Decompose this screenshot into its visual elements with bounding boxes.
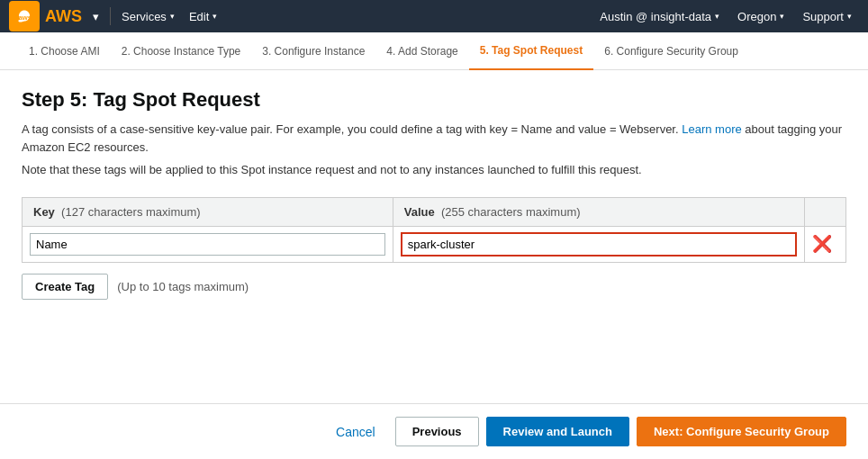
step-1[interactable]: 1. Choose AMI: [18, 32, 111, 70]
remove-cell: ❌: [805, 226, 846, 262]
value-cell: [393, 226, 805, 262]
page-note: Note that these tags will be applied to …: [22, 161, 846, 179]
key-cell: [23, 226, 393, 262]
value-input[interactable]: [401, 232, 798, 256]
region-menu[interactable]: Oregon ▾: [730, 6, 791, 27]
create-tag-row: Create Tag (Up to 10 tags maximum): [22, 274, 846, 300]
bottom-action-bar: Cancel Previous Review and Launch Next: …: [0, 403, 868, 412]
step-3[interactable]: 3. Configure Instance: [251, 32, 375, 70]
user-menu[interactable]: Austin @ insight-data ▾: [592, 6, 727, 27]
step-2[interactable]: 2. Choose Instance Type: [111, 32, 252, 70]
create-tag-button[interactable]: Create Tag: [22, 274, 108, 300]
step-6[interactable]: 6. Configure Security Group: [593, 32, 749, 70]
step-4[interactable]: 4. Add Storage: [375, 32, 468, 70]
remove-tag-button[interactable]: ❌: [812, 234, 832, 254]
key-column-header: Key (127 characters maximum): [23, 197, 393, 226]
action-column-header: [805, 197, 846, 226]
top-navigation: aws AWS ▾ Services ▾ Edit ▾ Austin @ ins…: [0, 0, 868, 32]
page-description: A tag consists of a case-sensitive key-v…: [22, 121, 846, 156]
step-navigation: 1. Choose AMI 2. Choose Instance Type 3.…: [0, 32, 868, 70]
brand-label: AWS: [45, 7, 82, 26]
services-menu[interactable]: Services ▾: [114, 6, 182, 27]
support-menu[interactable]: Support ▾: [795, 6, 859, 27]
tags-limit-note: (Up to 10 tags maximum): [117, 280, 249, 293]
main-content: Step 5: Tag Spot Request A tag consists …: [0, 70, 868, 412]
edit-menu[interactable]: Edit ▾: [182, 6, 224, 27]
tag-row: ❌: [23, 226, 846, 262]
step-5[interactable]: 5. Tag Spot Request: [469, 32, 593, 70]
svg-text:aws: aws: [18, 14, 32, 22]
learn-more-link[interactable]: Learn more: [682, 122, 741, 136]
brand-dropdown[interactable]: ▾: [86, 6, 106, 27]
aws-logo: aws: [9, 1, 40, 32]
nav-right: Austin @ insight-data ▾ Oregon ▾ Support…: [592, 6, 859, 27]
nav-divider: [110, 7, 111, 25]
value-column-header: Value (255 characters maximum): [393, 197, 805, 226]
key-input[interactable]: [30, 233, 385, 256]
page-title: Step 5: Tag Spot Request: [22, 88, 846, 112]
tag-table: Key (127 characters maximum) Value (255 …: [22, 197, 846, 263]
